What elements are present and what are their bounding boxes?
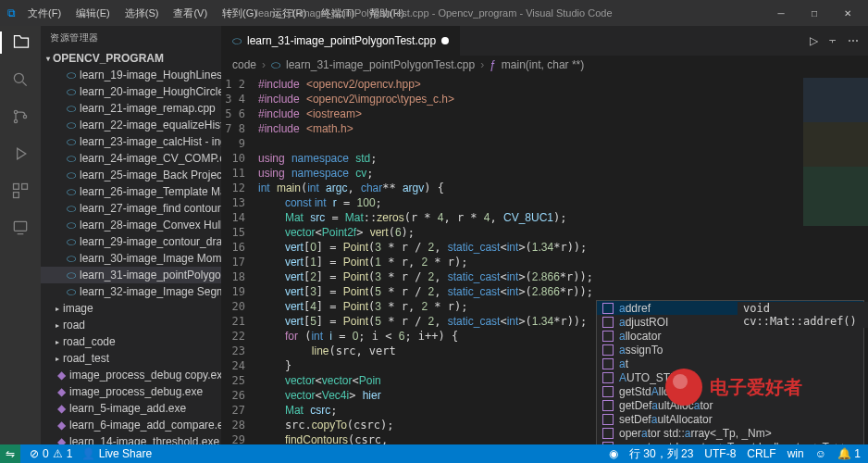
file-item[interactable]: ⬭learn_30-image_Image Moments.cpp xyxy=(41,250,221,267)
file-item[interactable]: ◆image_process_debug copy.exe xyxy=(41,367,221,383)
line-gutter: 1 2 3 4 5 6 7 8 9 10 11 12 13 14 15 16 1… xyxy=(221,74,258,444)
activity-bar xyxy=(0,26,41,444)
svg-point-3 xyxy=(23,115,26,118)
maximize-button[interactable]: □ xyxy=(801,4,827,22)
remote-indicator[interactable]: ⇋ xyxy=(0,444,20,463)
feedback-icon[interactable]: ☺ xyxy=(815,447,826,460)
menu-edit[interactable]: 编辑(E) xyxy=(69,3,117,24)
cursor-position[interactable]: 行 30，列 23 xyxy=(629,446,693,462)
run-icon[interactable]: ▷ xyxy=(810,34,818,47)
file-item[interactable]: ⬭learn_20-image_HoughCircles.cpp xyxy=(41,83,221,100)
suggest-item[interactable]: assignTo xyxy=(597,343,863,357)
file-item[interactable]: ⬭learn_22-image_equalizeHist.cpp xyxy=(41,117,221,133)
output-icon[interactable]: ◉ xyxy=(609,447,618,460)
suggest-item[interactable]: operator std::vector<_Tp, std::allocator… xyxy=(597,440,863,444)
folder-item[interactable]: ▸road_test xyxy=(41,350,221,367)
file-item[interactable]: ◆image_process_debug.exe xyxy=(41,383,221,400)
suggest-item[interactable]: allocator xyxy=(597,329,863,343)
svg-rect-6 xyxy=(14,193,19,198)
debug-icon[interactable] xyxy=(9,143,31,165)
scm-icon[interactable] xyxy=(9,106,31,128)
svg-point-0 xyxy=(14,73,23,82)
svg-point-2 xyxy=(14,119,17,122)
menu-file[interactable]: 文件(F) xyxy=(21,3,68,24)
win[interactable]: win xyxy=(787,447,804,460)
menu-view[interactable]: 查看(V) xyxy=(167,3,214,24)
file-tree: ⬭learn_19-image_HoughLinesP.cpp ⬭learn_2… xyxy=(41,67,221,444)
editor-tabs: ⬭ learn_31-image_pointPolygonTest.cpp ▷ … xyxy=(221,26,868,56)
folder-item[interactable]: ▸road_code xyxy=(41,333,221,350)
file-item[interactable]: ⬭learn_19-image_HoughLinesP.cpp xyxy=(41,67,221,83)
editor-tab[interactable]: ⬭ learn_31-image_pointPolygonTest.cpp xyxy=(221,26,461,56)
file-item[interactable]: ⬭learn_23-image_calcHist - inginging.cpp xyxy=(41,133,221,150)
eol[interactable]: CRLF xyxy=(747,447,775,460)
file-item[interactable]: ⬭learn_21-image_remap.cpp xyxy=(41,100,221,117)
file-item[interactable]: ◆learn_6-image_add_compare.exe xyxy=(41,417,221,433)
more-icon[interactable]: ⋯ xyxy=(848,34,859,47)
file-item[interactable]: ⬭learn_28-image_Convex Hull.cpp xyxy=(41,217,221,233)
extensions-icon[interactable] xyxy=(9,180,31,202)
file-item[interactable]: ⬭learn_29-image_contour_draw_rect_ect.cp… xyxy=(41,233,221,250)
file-item[interactable]: ⬭learn_32-image_Image Segmentation.cpp xyxy=(41,283,221,300)
folder-item[interactable]: ▸road xyxy=(41,317,221,333)
notification-icon[interactable]: 🔔 1 xyxy=(837,447,861,460)
status-bar: ⇋ ⊘ 0 ⚠ 1 👤 Live Share ◉ 行 30，列 23 UTF-8… xyxy=(0,444,868,463)
close-button[interactable]: ✕ xyxy=(835,4,861,22)
file-item[interactable]: ◆learn_5-image_add.exe xyxy=(41,400,221,417)
suggest-item[interactable]: setDefaultAllocator xyxy=(597,412,863,426)
window-title: learn_31-image_pointPolygonTest.cpp - Op… xyxy=(255,7,612,19)
sidebar: 资源管理器 ▾OPENCV_PROGRAM ⬭learn_19-image_Ho… xyxy=(41,26,221,444)
live-share[interactable]: 👤 Live Share xyxy=(81,447,152,460)
signature-help: void cv::Mat::addref() xyxy=(738,302,868,328)
svg-rect-5 xyxy=(22,184,28,190)
problems-indicator[interactable]: ⊘ 0 ⚠ 1 xyxy=(30,447,72,460)
watermark-text: 电子爱好者 xyxy=(710,375,802,400)
section-header[interactable]: ▾OPENCV_PROGRAM xyxy=(41,50,221,67)
sidebar-title: 资源管理器 xyxy=(41,26,221,50)
file-item[interactable]: ⬭learn_26-image_Template Match.cpp xyxy=(41,183,221,200)
modified-indicator-icon xyxy=(441,37,449,44)
explorer-icon[interactable] xyxy=(0,31,41,54)
suggest-item[interactable]: operator std::array<_Tp, _Nm> xyxy=(597,426,863,440)
svg-point-1 xyxy=(14,110,17,113)
watermark: 电子爱好者 xyxy=(665,369,802,406)
tab-label: learn_31-image_pointPolygonTest.cpp xyxy=(247,34,436,47)
file-item[interactable]: ⬭learn_25-image_Back Projection.cpp xyxy=(41,167,221,183)
remote-icon[interactable] xyxy=(9,217,31,239)
split-icon[interactable]: ⫟ xyxy=(827,34,838,47)
menu-selection[interactable]: 选择(S) xyxy=(118,3,166,24)
search-icon[interactable] xyxy=(9,69,31,91)
vscode-logo-icon: ⧉ xyxy=(7,6,16,19)
svg-rect-4 xyxy=(14,184,19,190)
encoding[interactable]: UTF-8 xyxy=(704,447,736,460)
file-item[interactable]: ⬭learn_27-image_find contour in your ima… xyxy=(41,200,221,217)
svg-rect-7 xyxy=(14,221,26,231)
file-item[interactable]: ◆learn_14-image_threshold.exe xyxy=(41,433,221,444)
minimize-button[interactable]: ─ xyxy=(768,4,794,22)
file-item-selected[interactable]: ⬭learn_31-image_pointPolygonTest.cpp1 xyxy=(41,267,221,283)
watermark-logo-icon xyxy=(665,369,702,406)
breadcrumb[interactable]: code› ⬭learn_31-image_pointPolygonTest.c… xyxy=(221,56,868,74)
folder-item[interactable]: ▸image xyxy=(41,300,221,317)
file-item[interactable]: ⬭learn_24-image_CV_COMP.cpp xyxy=(41,150,221,167)
